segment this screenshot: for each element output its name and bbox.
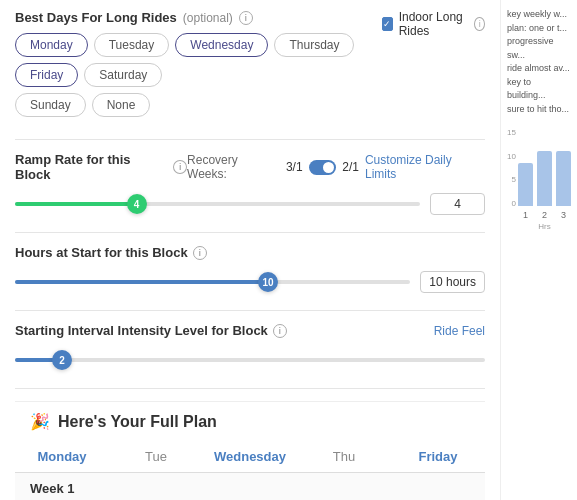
recovery-value2: 2/1 (342, 160, 359, 174)
day-friday[interactable]: Friday (15, 63, 78, 87)
ramp-rate-thumb[interactable]: 4 (127, 194, 147, 214)
plan-title: Here's Your Full Plan (58, 413, 217, 431)
ride-feel-link[interactable]: Ride Feel (434, 324, 485, 338)
interval-track: 2 (15, 358, 485, 362)
plan-col-friday[interactable]: Friday (391, 441, 485, 472)
hours-thumb[interactable]: 10 (258, 272, 278, 292)
day-saturday[interactable]: Saturday (84, 63, 162, 87)
recovery-toggle[interactable] (309, 160, 337, 175)
plan-header: 🎉 Here's Your Full Plan (15, 401, 485, 441)
indoor-checkbox[interactable]: ✓ (382, 17, 393, 31)
bar-label-2: 2 (537, 210, 552, 220)
ramp-rate-header: Ramp Rate for this Block i Recovery Week… (15, 152, 485, 182)
ramp-rate-slider-row: 4 4 (15, 192, 485, 216)
days-row-top: Monday Tuesday Wednesday Thursday Friday… (15, 33, 382, 87)
plan-col-wednesday[interactable]: Wednesday (203, 441, 297, 472)
hours-slider-row: 10 10 hours (15, 270, 485, 294)
best-days-info-icon[interactable]: i (239, 11, 253, 25)
hours-block-header: Hours at Start for this Block i (15, 245, 485, 260)
plan-days-header: Monday Tue Wednesday Thu Friday (15, 441, 485, 473)
bar-labels: 1 2 3 (518, 210, 571, 220)
hours-block-title: Hours at Start for this Block i (15, 245, 207, 260)
hrs-label: Hrs (518, 222, 571, 231)
recovery-label: Recovery Weeks: (187, 153, 280, 181)
y-label-5: 5 (507, 175, 516, 184)
hours-slider-wrapper: 10 (15, 270, 410, 294)
divider-3 (15, 310, 485, 311)
right-panel: key weekly w...plan: one or t...progress… (500, 0, 577, 500)
day-monday[interactable]: Monday (15, 33, 88, 57)
recovery-value: 3/1 (286, 160, 303, 174)
best-days-header: Best Days For Long Rides (optional) i Mo… (15, 10, 485, 123)
hours-fill (15, 280, 268, 284)
customize-link[interactable]: Customize Daily Limits (365, 153, 485, 181)
ramp-rate-section: Ramp Rate for this Block i Recovery Week… (15, 152, 485, 216)
chart-wrapper: 15 10 5 0 1 2 3 Hrs (507, 128, 571, 231)
day-thursday[interactable]: Thursday (274, 33, 354, 57)
recovery-info: Recovery Weeks: 3/1 2/1 Customize Daily … (187, 153, 485, 181)
hours-track: 10 (15, 280, 410, 284)
day-none[interactable]: None (92, 93, 151, 117)
day-tuesday[interactable]: Tuesday (94, 33, 170, 57)
hours-value: 10 hours (420, 271, 485, 293)
divider-1 (15, 139, 485, 140)
indoor-label: Indoor Long Rides (399, 10, 469, 38)
hours-info-icon[interactable]: i (193, 246, 207, 260)
full-plan-section: 🎉 Here's Your Full Plan Monday Tue Wedne… (15, 401, 485, 500)
plan-emoji: 🎉 (30, 412, 50, 431)
best-days-title: Best Days For Long Rides (optional) i (15, 10, 382, 25)
bar-chart (518, 128, 571, 208)
interval-block-header: Starting Interval Intensity Level for Bl… (15, 323, 485, 338)
bar-1 (518, 163, 533, 206)
plan-col-thu[interactable]: Thu (297, 441, 391, 472)
left-panel: Best Days For Long Rides (optional) i Mo… (0, 0, 500, 500)
indoor-row: ✓ Indoor Long Rides i (382, 10, 485, 38)
interval-block-section: Starting Interval Intensity Level for Bl… (15, 323, 485, 372)
main-container: Best Days For Long Rides (optional) i Mo… (0, 0, 577, 500)
interval-slider-wrapper: 2 (15, 348, 485, 372)
plan-col-monday[interactable]: Monday (15, 441, 109, 472)
days-row-bottom: Sunday None (15, 93, 382, 117)
ramp-rate-value: 4 (430, 193, 485, 215)
ramp-rate-track: 4 (15, 202, 420, 206)
bar-label-3: 3 (556, 210, 571, 220)
best-days-left: Best Days For Long Rides (optional) i Mo… (15, 10, 382, 123)
chart-container: 15 10 5 0 1 2 3 Hrs (507, 124, 571, 235)
bar-label-1: 1 (518, 210, 533, 220)
ramp-rate-fill (15, 202, 137, 206)
bar-3 (556, 151, 571, 206)
divider-4 (15, 388, 485, 389)
y-label-0: 0 (507, 199, 516, 208)
ramp-rate-slider-wrapper: 4 (15, 192, 420, 216)
ramp-rate-title: Ramp Rate for this Block i (15, 152, 187, 182)
ramp-rate-info-icon[interactable]: i (173, 160, 187, 174)
interval-thumb[interactable]: 2 (52, 350, 72, 370)
week-label: Week 1 (15, 473, 485, 500)
indoor-info-icon[interactable]: i (474, 17, 485, 31)
hours-block-section: Hours at Start for this Block i 10 10 ho… (15, 245, 485, 294)
day-sunday[interactable]: Sunday (15, 93, 86, 117)
bars-area: 1 2 3 Hrs (518, 128, 571, 231)
divider-2 (15, 232, 485, 233)
plan-col-tue[interactable]: Tue (109, 441, 203, 472)
optional-label: (optional) (183, 11, 233, 25)
y-axis: 15 10 5 0 (507, 128, 516, 208)
best-days-section: Best Days For Long Rides (optional) i Mo… (15, 10, 485, 123)
right-text: key weekly w...plan: one or t...progress… (507, 8, 571, 116)
interval-block-title: Starting Interval Intensity Level for Bl… (15, 323, 287, 338)
bar-2 (537, 151, 552, 206)
y-label-15: 15 (507, 128, 516, 137)
day-wednesday[interactable]: Wednesday (175, 33, 268, 57)
y-label-10: 10 (507, 152, 516, 161)
interval-info-icon[interactable]: i (273, 324, 287, 338)
